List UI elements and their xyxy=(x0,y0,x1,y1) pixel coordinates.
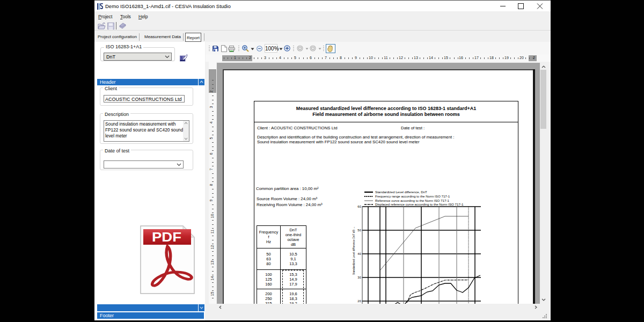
svg-text:Standardized Level difference,: Standardized Level difference, DnT xyxy=(375,190,427,194)
svg-text:30: 30 xyxy=(357,276,361,279)
svg-text:Standardized Level difference: Standardized Level difference DnT dB → xyxy=(352,226,355,275)
svg-text:Displaced reference curve acc: Displaced reference curve according to t… xyxy=(375,202,464,206)
svg-text:50: 50 xyxy=(357,229,361,232)
svg-text:40: 40 xyxy=(357,252,361,255)
svg-text:PDF: PDF xyxy=(152,230,181,244)
svg-text:20: 20 xyxy=(357,299,361,303)
svg-text:Frequency range according to t: Frequency range according to the Norm IS… xyxy=(375,194,450,198)
svg-text:Reference curve according to: Reference curve according to the Norm IS… xyxy=(375,199,449,202)
svg-text:60: 60 xyxy=(357,205,361,208)
